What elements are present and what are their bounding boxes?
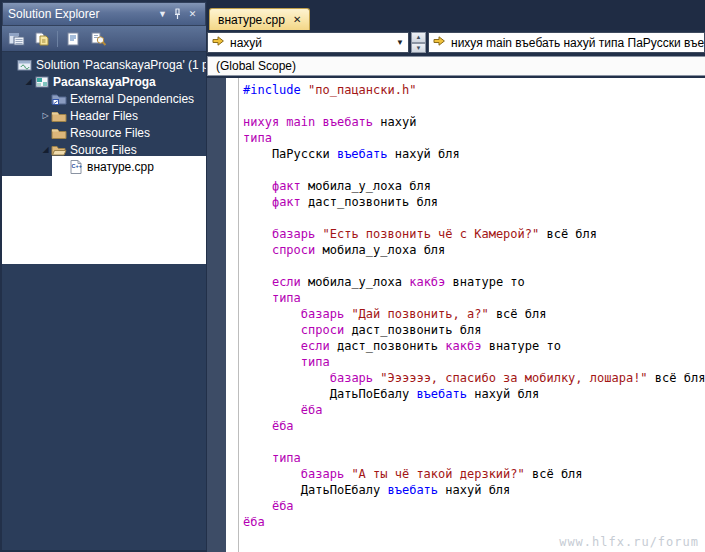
tree-item-solution-pacanskayaproga-1-p[interactable]: Solution 'PacanskayaProga' (1 p (2, 56, 206, 73)
code-line: базарь "Есть позвонить чё с Камерой?" вс… (243, 226, 705, 242)
code-line (243, 98, 705, 114)
folder-icon (51, 108, 68, 124)
tree-item-label: Source Files (68, 143, 137, 157)
code-line: если даст_позвонить какбэ внатуре то (243, 338, 705, 354)
solution-icon (17, 57, 34, 73)
tree-item-внатуре-cpp[interactable]: C++внатуре.cpp (2, 158, 206, 175)
code-line: спроси даст_позвонить бля (243, 322, 705, 338)
types-dropdown[interactable]: нахуй ▼ (207, 32, 409, 53)
code-editor[interactable]: #include "по_пацански.h" нихуя main въеб… (207, 78, 705, 552)
code-line: спроси мобила_у_лоха бля (243, 242, 705, 258)
folder-open-icon (51, 142, 68, 158)
goto-arrow-icon (212, 35, 225, 50)
tab-label: внатуре.cpp (218, 13, 285, 27)
code-line: нихуя main въебать нахуй (243, 114, 705, 130)
code-line: ПаРусски въебать нахуй бля (243, 146, 705, 162)
expander-expanded-icon[interactable]: ◢ (23, 73, 34, 90)
cpp-project-icon (34, 74, 51, 90)
tree-item-pacanskayaproga[interactable]: ◢PacanskayaProga (2, 73, 206, 90)
members-dropdown-value: нихуя main въебать нахуй типа ПаРусски в… (451, 36, 705, 50)
code-line: ёба (243, 402, 705, 418)
goto-arrow-icon (433, 35, 446, 50)
code-line: факт даст_позвонить бля (243, 194, 705, 210)
watermark: www.hlfx.ru/forum (559, 535, 699, 549)
pin-icon[interactable] (170, 7, 185, 22)
scope-bar[interactable]: (Global Scope) (207, 56, 705, 76)
expander-expanded-icon[interactable]: ◢ (40, 141, 51, 158)
code-text: #include "по_пацански.h" нихуя main въеб… (239, 78, 705, 552)
tree-item-resource-files[interactable]: Resource Files (2, 124, 206, 141)
solution-explorer-titlebar: Solution Explorer ▼ ✕ (2, 2, 206, 26)
code-line: типа (243, 450, 705, 466)
tree-item-label: Solution 'PacanskayaProga' (1 p (34, 58, 206, 72)
code-line: ёба (243, 418, 705, 434)
solution-explorer-panel: Solution Explorer ▼ ✕ Solution 'Pacanska… (2, 2, 206, 550)
code-line: базарь "Дай позвонить, а?" всё бля (243, 306, 705, 322)
close-icon[interactable]: ✕ (185, 7, 200, 22)
solution-explorer-title: Solution Explorer (8, 7, 155, 21)
vs-window: Solution Explorer ▼ ✕ Solution 'Pacanska… (0, 0, 705, 552)
properties-icon[interactable] (7, 29, 27, 49)
tree-item-label: внатуре.cpp (85, 160, 154, 174)
code-line: базарь "А ты чё такой дерзкий?" всё бля (243, 466, 705, 482)
code-line (243, 210, 705, 226)
code-line: если мобила_у_лоха какбэ внатуре то (243, 274, 705, 290)
tree-item-label: External Dependencies (68, 92, 194, 106)
code-line: ДатьПоЕбалу въебать нахуй бля (243, 386, 705, 402)
close-icon[interactable]: ✕ (293, 14, 301, 25)
editor-column: внатуре.cpp ✕ нахуй ▼ ▲ ▼ нихуя main въе… (207, 0, 705, 552)
tree-item-external-dependencies[interactable]: External Dependencies (2, 90, 206, 107)
spin-up-button[interactable]: ▲ (411, 32, 426, 43)
external-deps-icon (51, 91, 68, 107)
expander-collapsed-icon[interactable]: ▷ (40, 107, 51, 124)
code-line: ёба (243, 498, 705, 514)
chevron-down-icon[interactable]: ▼ (155, 7, 170, 22)
code-line: базарь "Ээээээ, спасибо за мобилку, лоша… (243, 370, 705, 386)
code-line (243, 434, 705, 450)
code-line: ёба (243, 514, 705, 530)
solution-tree: Solution 'PacanskayaProga' (1 p◢Pacanska… (2, 52, 206, 550)
view-code-icon[interactable] (63, 29, 83, 49)
class-view-icon[interactable] (88, 29, 108, 49)
code-line: #include "по_пацански.h" (243, 82, 705, 98)
tree-item-label: PacanskayaProga (51, 75, 156, 89)
solution-explorer-toolbar (2, 26, 206, 52)
navbar-spinner: ▲ ▼ (411, 32, 426, 53)
selection-margin (226, 78, 238, 552)
code-line (243, 162, 705, 178)
code-line (243, 258, 705, 274)
tree-item-label: Resource Files (68, 126, 150, 140)
spin-down-button[interactable]: ▼ (411, 43, 426, 54)
code-line: типа (243, 130, 705, 146)
code-line: типа (243, 354, 705, 370)
scope-label: (Global Scope) (216, 59, 296, 73)
tree-white-area (2, 176, 206, 264)
svg-text:C++: C++ (72, 162, 82, 168)
toolbar-separator (57, 31, 58, 47)
tree-item-source-files[interactable]: ◢Source Files (2, 141, 206, 158)
document-tabstrip: внатуре.cpp ✕ (207, 0, 705, 30)
cpp-file-icon: C++ (68, 159, 85, 175)
tab-vnature-cpp[interactable]: внатуре.cpp ✕ (209, 8, 310, 30)
navigation-bar: нахуй ▼ ▲ ▼ нихуя main въебать нахуй тип… (207, 30, 705, 54)
tree-item-label: Header Files (68, 109, 138, 123)
folder-icon (51, 125, 68, 141)
tree-item-header-files[interactable]: ▷Header Files (2, 107, 206, 124)
indicator-margin (207, 78, 226, 552)
types-dropdown-value: нахуй (230, 36, 262, 50)
chevron-down-icon: ▼ (396, 38, 404, 47)
code-line: типа (243, 290, 705, 306)
code-line: факт мобила_у_лоха бля (243, 178, 705, 194)
members-dropdown[interactable]: нихуя main въебать нахуй типа ПаРусски в… (428, 32, 705, 53)
show-all-files-icon[interactable] (32, 29, 52, 49)
code-line: ДатьПоЕбалу въебать нахуй бля (243, 482, 705, 498)
